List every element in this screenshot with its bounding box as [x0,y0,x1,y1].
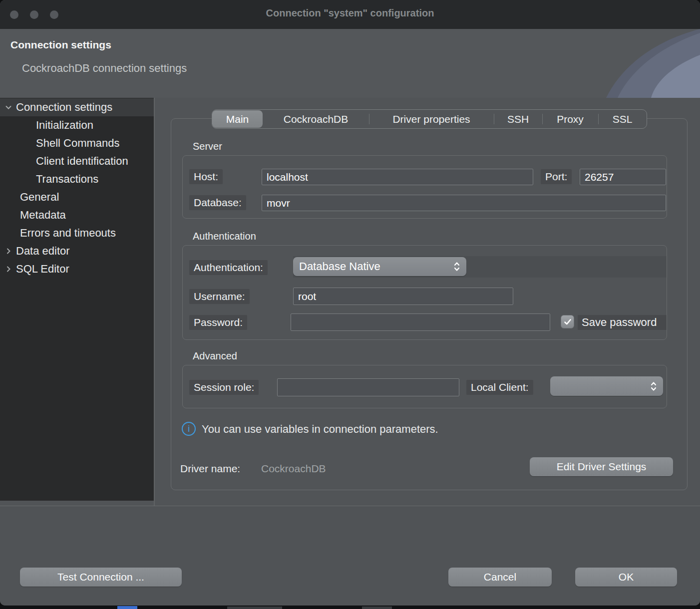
tree-item-label: Shell Commands [0,137,120,150]
chevron-right-icon[interactable] [0,265,16,273]
desktop-sliver [362,607,392,609]
tab-driver-properties[interactable]: Driver properties [369,110,494,128]
tree-item-sql-editor[interactable]: SQL Editor [0,260,154,278]
authentication-dropdown-value: Database Native [299,260,453,273]
tree-item-label: Errors and timeouts [0,227,116,240]
authentication-group-label: Authentication [193,231,256,242]
sidebar-divider [154,98,155,506]
chevron-down-icon[interactable] [0,103,16,111]
tab-ssl[interactable]: SSL [598,110,647,128]
tree-item-label: General [0,191,59,204]
local-client-label: Local Client: [466,380,533,395]
database-label: Database: [189,195,246,210]
tree-item-label: Transactions [0,173,98,186]
tab-bar: Main CockroachDB Driver properties SSH P… [212,109,647,129]
window-title: Connection "system" configuration [0,7,700,19]
page-title: Connection settings [10,39,111,51]
tree-item-shell-commands[interactable]: Shell Commands [0,134,154,152]
page-subtitle: CockroachDB connection settings [22,62,187,75]
tree-item-connection-settings[interactable]: Connection settings [0,98,154,116]
username-label: Username: [189,289,250,304]
info-icon: i [182,422,196,436]
updown-chevron-icon [453,261,460,273]
server-group: Host: Port: Database: [182,155,667,219]
decorative-curves [575,29,700,98]
desktop-strip [0,606,700,609]
session-role-input[interactable] [277,378,459,396]
host-input[interactable] [262,169,533,185]
authentication-group: Authentication: Database Native Username… [182,245,667,340]
driver-name-value: CockroachDB [261,463,326,475]
settings-tree: Connection settings Initialization Shell… [0,98,154,501]
port-label: Port: [541,169,572,184]
save-password-label: Save password [582,316,657,329]
test-connection-button[interactable]: Test Connection ... [20,568,182,587]
database-input[interactable] [262,195,666,211]
desktop-sliver [227,607,282,609]
password-input[interactable] [291,313,550,331]
tree-item-label: Client identification [0,155,128,168]
session-role-label: Session role: [189,380,259,395]
port-input[interactable] [580,169,666,185]
save-password-checkbox[interactable] [561,315,574,328]
title-bar: Connection "system" configuration [0,0,700,29]
server-group-label: Server [193,141,222,152]
driver-name-label: Driver name: [180,463,240,475]
tree-item-errors-and-timeouts[interactable]: Errors and timeouts [0,224,154,242]
tree-item-client-identification[interactable]: Client identification [0,152,154,170]
authentication-label: Authentication: [189,260,268,275]
advanced-group-label: Advanced [193,350,237,362]
connection-dialog-window: Connection "system" configuration Connec… [0,0,700,606]
tab-proxy[interactable]: Proxy [542,110,598,128]
cancel-button[interactable]: Cancel [448,568,552,587]
checkmark-icon [563,317,572,326]
tree-item-label: Metadata [0,209,66,222]
chevron-right-icon[interactable] [0,247,16,255]
password-label: Password: [189,315,247,330]
footer: Test Connection ... Cancel OK [0,506,700,606]
tab-main[interactable]: Main [212,110,263,128]
tree-item-label: Initialization [0,119,93,132]
local-client-dropdown[interactable] [550,376,663,396]
updown-chevron-icon [650,380,657,392]
tab-ssh[interactable]: SSH [494,110,542,128]
dialog-header: Connection settings CockroachDB connecti… [0,29,700,98]
username-input[interactable] [293,288,513,305]
info-message: You can use variables in connection para… [202,423,438,436]
tree-item-metadata[interactable]: Metadata [0,206,154,224]
tree-item-label: Connection settings [16,101,112,114]
tree-item-initialization[interactable]: Initialization [0,116,154,134]
desktop-sliver [117,606,137,609]
save-password-label-wrap: Save password [578,315,667,330]
ok-button[interactable]: OK [575,568,677,587]
tab-cockroachdb[interactable]: CockroachDB [263,110,369,128]
main-tab-panel: Server Host: Port: Database: Authenticat… [171,118,688,490]
authentication-dropdown[interactable]: Database Native [293,257,466,276]
edit-driver-settings-button[interactable]: Edit Driver Settings [530,457,673,476]
tree-item-general[interactable]: General [0,188,154,206]
host-label: Host: [189,169,223,184]
tree-item-data-editor[interactable]: Data editor [0,242,154,260]
tree-item-label: SQL Editor [16,263,69,276]
tree-item-transactions[interactable]: Transactions [0,170,154,188]
tree-item-label: Data editor [16,245,70,258]
advanced-group: Session role: Local Client: [182,365,667,408]
